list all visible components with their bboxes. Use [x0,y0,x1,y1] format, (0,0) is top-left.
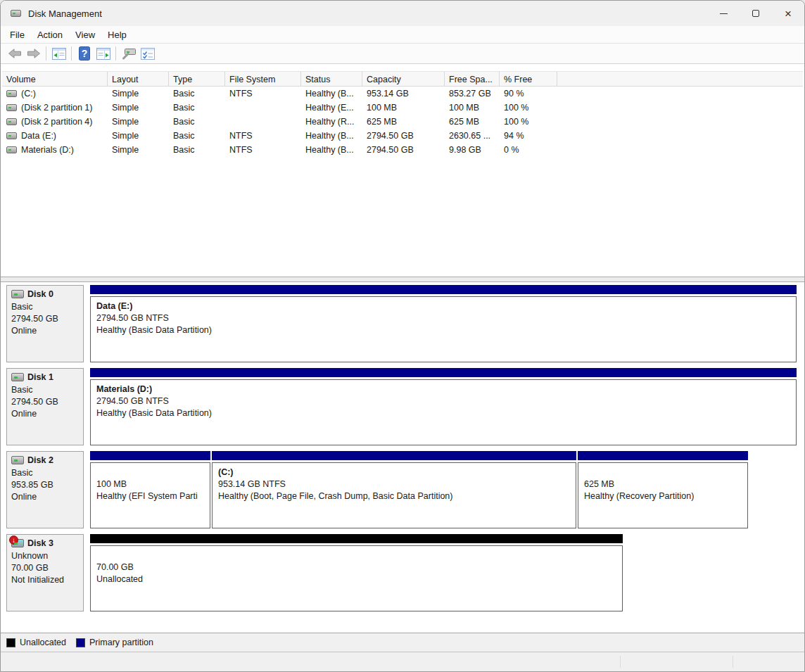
volume-capacity: 2794.50 GB [362,145,445,155]
volume-type: Basic [169,103,225,113]
volume-file-system: NTFS [225,145,301,155]
column-header-file-system[interactable]: File System [225,72,301,86]
disk-2-header[interactable]: Disk 2 Basic 953.85 GB Online [6,451,84,528]
rescan-disks-button[interactable] [119,45,138,62]
partition-color-strip [578,451,748,460]
volume-free-space: 100 MB [445,103,500,113]
partition-recovery[interactable]: 625 MB Healthy (Recovery Partition) [578,451,748,528]
minimize-button[interactable] [707,1,740,26]
disk-type: Basic [11,301,79,313]
partition-c[interactable]: (C:) 953.14 GB NTFS Healthy (Boot, Page … [212,451,576,528]
maximize-button[interactable] [740,1,772,26]
volume-status: Healthy (R... [301,117,362,127]
disk-size: 2794.50 GB [11,313,79,325]
graphical-view-pane: Disk 0 Basic 2794.50 GB Online Data (E:)… [1,282,804,633]
volume-icon [6,104,17,111]
show-console-tree-button[interactable] [49,45,68,62]
volume-list-pane: Volume Layout Type File System Status Ca… [1,64,804,277]
disk-type: Unknown [11,550,79,562]
volume-type: Basic [169,145,225,155]
disk-icon [11,456,24,464]
volume-name: (Disk 2 partition 1) [21,103,92,113]
volume-capacity: 625 MB [362,117,445,127]
partition-status: Healthy (Recovery Partition) [584,490,742,502]
volume-status: Healthy (B... [301,89,362,99]
show-console-tree-icon [52,48,66,60]
disk-0-header[interactable]: Disk 0 Basic 2794.50 GB Online [6,285,84,362]
disk-icon [11,290,24,298]
app-disk-icon [11,10,21,17]
show-action-pane-icon [96,48,110,60]
menu-action[interactable]: Action [31,28,69,42]
volume-row[interactable]: (Disk 2 partition 1) Simple Basic Health… [2,101,803,115]
column-header-filler [557,72,803,86]
legend-bar: Unallocated Primary partition [1,633,804,652]
partition-color-strip [90,368,797,377]
back-button[interactable] [5,45,24,62]
partition-name: Data (E:) [96,300,790,312]
menu-file[interactable]: File [4,28,31,42]
volume-row[interactable]: Materials (D:) Simple Basic NTFS Healthy… [2,143,803,157]
partition-size: 953.14 GB NTFS [218,478,570,490]
partition-size: 625 MB [584,478,742,490]
disk-status: Online [11,325,79,337]
legend-item-unallocated: Unallocated [6,638,66,647]
partition-color-strip [90,534,623,543]
partition-status: Healthy (Basic Data Partition) [96,324,790,336]
legend-item-primary-partition: Primary partition [76,638,153,647]
volume-type: Basic [169,117,225,127]
volume-status: Healthy (E... [301,103,362,113]
properties-button[interactable] [138,45,157,62]
menu-view[interactable]: View [69,28,101,42]
volume-pct-free: 94 % [500,131,557,141]
primary-partition-swatch-icon [76,638,85,647]
help-button[interactable]: ? [75,45,94,62]
legend-label: Unallocated [20,638,66,647]
volume-pct-free: 0 % [500,145,557,155]
partition-color-strip [212,451,576,460]
partition-unallocated[interactable]: 70.00 GB Unallocated [90,534,623,611]
back-icon [8,48,22,59]
status-separator [620,656,621,668]
column-header-layout[interactable]: Layout [108,72,169,86]
volume-icon [6,146,17,153]
column-header-capacity[interactable]: Capacity [362,72,445,86]
forward-button[interactable] [24,45,43,62]
volume-row[interactable]: (Disk 2 partition 4) Simple Basic Health… [2,115,803,129]
disk-size: 2794.50 GB [11,396,79,408]
volume-file-system: NTFS [225,89,301,99]
volume-row[interactable]: Data (E:) Simple Basic NTFS Healthy (B..… [2,129,803,143]
toolbar-separator [46,46,46,61]
toolbar: ? [1,44,804,64]
pane-splitter[interactable] [1,277,804,282]
volume-capacity: 100 MB [362,103,445,113]
volume-name: (C:) [21,89,36,99]
disk-type: Basic [11,467,79,479]
disk-row-1: Disk 1 Basic 2794.50 GB Online Materials… [6,368,804,445]
partition-materials-d[interactable]: Materials (D:) 2794.50 GB NTFS Healthy (… [90,368,797,445]
column-header-status[interactable]: Status [301,72,362,86]
volume-icon [6,132,17,139]
column-header-volume[interactable]: Volume [2,72,108,86]
disk-size: 70.00 GB [11,562,79,574]
disk-row-2: Disk 2 Basic 953.85 GB Online 100 MB Hea… [6,451,804,528]
menu-help[interactable]: Help [101,28,133,42]
volume-type: Basic [169,131,225,141]
show-action-pane-button[interactable] [94,45,113,62]
partition-name [584,467,742,478]
disk-status: Not Initialized [11,574,79,586]
column-header-type[interactable]: Type [169,72,225,86]
menu-bar: File Action View Help [1,26,804,44]
volume-free-space: 2630.65 ... [445,131,500,141]
disk-1-header[interactable]: Disk 1 Basic 2794.50 GB Online [6,368,84,445]
volume-row[interactable]: (C:) Simple Basic NTFS Healthy (B... 953… [2,87,803,101]
disk-3-header[interactable]: ↓Disk 3 Unknown 70.00 GB Not Initialized [6,534,84,611]
close-button[interactable]: × [772,1,804,26]
partition-data-e[interactable]: Data (E:) 2794.50 GB NTFS Healthy (Basic… [90,285,797,362]
volume-icon [6,118,17,125]
rescan-disks-icon [121,47,137,61]
column-header-pct-free[interactable]: % Free [500,72,557,86]
column-header-free-space[interactable]: Free Spa... [445,72,500,86]
disk-management-window: Disk Management × File Action View Help [0,0,805,672]
partition-efi-system[interactable]: 100 MB Healthy (EFI System Parti [90,451,210,528]
